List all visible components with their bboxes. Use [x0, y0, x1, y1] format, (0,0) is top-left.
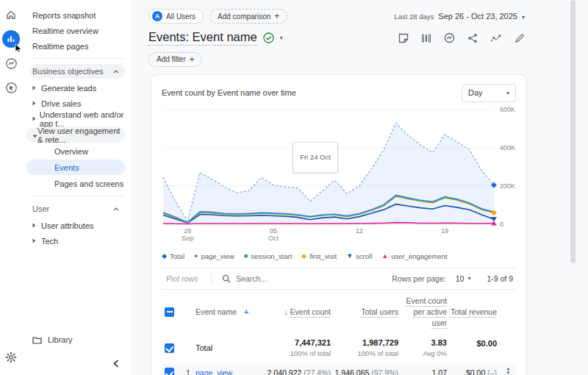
- x-axis-tick: Oct: [268, 235, 279, 242]
- x-axis-tick: 19: [441, 227, 448, 235]
- page-title[interactable]: Events: Event name: [148, 30, 257, 46]
- y-axis-tick: 600K: [500, 107, 515, 113]
- sidebar-item-label: Generate leads: [41, 84, 96, 93]
- search-input[interactable]: [236, 274, 324, 283]
- sidebar: Reports snapshot Realtime overview Realt…: [22, 0, 131, 375]
- event-name-link[interactable]: page_view: [196, 368, 232, 375]
- sidebar-item-overview[interactable]: Overview: [22, 143, 131, 159]
- timeseries-chart[interactable]: 600K400K200K028Sep05Oct1219 Fri 24 Oct: [162, 107, 516, 252]
- row-checkbox[interactable]: [165, 343, 174, 353]
- series-marker-icon: ■: [244, 253, 248, 260]
- share-icon[interactable]: [467, 33, 478, 43]
- column-per-active-user[interactable]: Event count per active user: [398, 296, 447, 329]
- plot-rows-button[interactable]: Plot rows: [162, 273, 212, 285]
- legend-item[interactable]: ▲user_engagement: [381, 252, 448, 260]
- table-row[interactable]: 1 page_view 2,040,922 (27.4%) 1,946,065 …: [162, 363, 516, 375]
- table-controls: Plot rows Rows per page: 10 ▾ 1-9 of 9: [162, 268, 516, 290]
- series-marker-icon: ●: [194, 253, 198, 260]
- expand-down-icon: [32, 131, 37, 140]
- section-business-objectives[interactable]: Business objectives: [29, 64, 125, 79]
- rows-per-page[interactable]: Rows per page: 10 ▾: [392, 274, 470, 283]
- section-label: User: [32, 204, 49, 213]
- column-total-revenue[interactable]: Total revenue: [447, 307, 497, 318]
- series-marker-icon: ◆: [301, 253, 306, 260]
- sidebar-item-events[interactable]: Events: [26, 160, 125, 175]
- sidebar-item-realtime-overview[interactable]: Realtime overview: [22, 23, 131, 38]
- sidebar-item-label: Realtime overview: [32, 26, 98, 35]
- legend-label: first_visit: [309, 252, 337, 260]
- series-marker-icon: ▲: [381, 253, 388, 260]
- row-checkbox[interactable]: [165, 368, 174, 375]
- sidebar-item-label: Drive sales: [41, 99, 81, 108]
- legend-item[interactable]: ▼scroll: [346, 252, 372, 260]
- chevron-down-icon: ▾: [506, 90, 509, 96]
- legend-item[interactable]: ◆first_visit: [301, 252, 337, 260]
- edit-pencil-icon[interactable]: [514, 33, 525, 43]
- insights-circle-icon[interactable]: [444, 32, 455, 43]
- expand-right-icon: [32, 116, 40, 121]
- scrollbar-thumb[interactable]: [570, 0, 576, 263]
- search-icon: [222, 274, 231, 283]
- note-icon[interactable]: [398, 33, 409, 43]
- chevron-up-icon: [113, 207, 119, 211]
- home-icon[interactable]: [2, 6, 20, 24]
- section-user[interactable]: User: [29, 201, 125, 216]
- column-total-users[interactable]: Total users: [331, 307, 398, 316]
- comparison-bar: A All Users Add comparison + Last 28 day…: [148, 9, 525, 24]
- totals-label: Total: [196, 343, 260, 352]
- sidebar-item-generate-leads[interactable]: Generate leads: [22, 80, 131, 96]
- add-dimension-icon[interactable]: +: [244, 307, 248, 316]
- series-marker-icon: ◆: [162, 253, 167, 260]
- sidebar-item-reports-snapshot[interactable]: Reports snapshot: [22, 7, 131, 23]
- legend-item[interactable]: ●page_view: [194, 252, 234, 260]
- sparkline-insights-icon[interactable]: [490, 33, 502, 43]
- y-axis-tick: 0: [500, 221, 503, 228]
- sidebar-item-pages-and-screens[interactable]: Pages and screens: [22, 176, 131, 191]
- advertising-icon[interactable]: [2, 79, 20, 96]
- column-event-name[interactable]: Event name+: [196, 307, 260, 316]
- all-users-chip[interactable]: A All Users: [148, 9, 204, 24]
- legend-label: session_start: [251, 252, 292, 260]
- explore-icon[interactable]: [2, 54, 20, 72]
- comparison-bars-icon[interactable]: [421, 33, 431, 43]
- chart-title: Event count by Event name over time: [162, 88, 296, 97]
- rows-per-page-value: 10: [456, 274, 465, 283]
- totals-event-count: 7,447,321100% of total: [260, 338, 331, 357]
- sidebar-item-view-user-engagement[interactable]: View user engagement & rete...: [26, 127, 125, 143]
- expand-right-icon: [32, 238, 41, 243]
- legend-item[interactable]: ◆Total: [162, 252, 184, 260]
- chevron-down-icon: ▾: [467, 275, 470, 282]
- sidebar-item-understand-web-app[interactable]: Understand web and/or app t...: [22, 111, 131, 126]
- plus-icon: +: [189, 55, 194, 64]
- expand-right-icon: [32, 101, 41, 106]
- column-event-count[interactable]: ↓ Event count: [260, 307, 331, 316]
- sidebar-item-label: Overview: [54, 147, 88, 156]
- sidebar-divider: [31, 196, 123, 196]
- report-actions: [398, 32, 525, 43]
- totals-total-users: 1,987,729100% of total: [331, 338, 398, 357]
- sidebar-item-user-attributes[interactable]: User attributes: [22, 218, 131, 233]
- expand-right-icon: [32, 223, 41, 228]
- add-comparison-button[interactable]: Add comparison +: [209, 9, 287, 24]
- select-all-checkbox[interactable]: [165, 307, 174, 317]
- sidebar-item-tech[interactable]: Tech: [22, 233, 131, 249]
- table-search[interactable]: [212, 274, 392, 283]
- add-filter-button[interactable]: Add filter +: [148, 52, 202, 67]
- date-range-preset: Last 28 days: [394, 12, 434, 21]
- tooltip-date: Fri 24 Oct: [300, 153, 331, 161]
- add-comparison-label: Add comparison: [218, 12, 270, 21]
- main-content: A All Users Add comparison + Last 28 day…: [131, 0, 588, 375]
- row-menu-icon[interactable]: [507, 371, 509, 374]
- granularity-select[interactable]: Day ▾: [462, 84, 516, 102]
- legend-item[interactable]: ■session_start: [244, 252, 292, 260]
- cell-total-users: 1,946,065 (97.9%): [331, 368, 398, 375]
- reports-icon[interactable]: [2, 30, 20, 48]
- sidebar-item-label: Realtime pages: [32, 42, 88, 51]
- collapse-sidebar-icon[interactable]: [113, 360, 119, 369]
- admin-gear-icon[interactable]: [5, 351, 17, 366]
- sidebar-item-drive-sales[interactable]: Drive sales: [22, 96, 131, 111]
- sidebar-item-realtime-pages[interactable]: Realtime pages: [22, 38, 131, 54]
- date-range-picker[interactable]: Last 28 days Sep 26 - Oct 23, 2025 ▾: [394, 12, 525, 21]
- sidebar-item-library[interactable]: Library: [32, 335, 73, 344]
- chevron-down-icon[interactable]: ▾: [280, 35, 283, 41]
